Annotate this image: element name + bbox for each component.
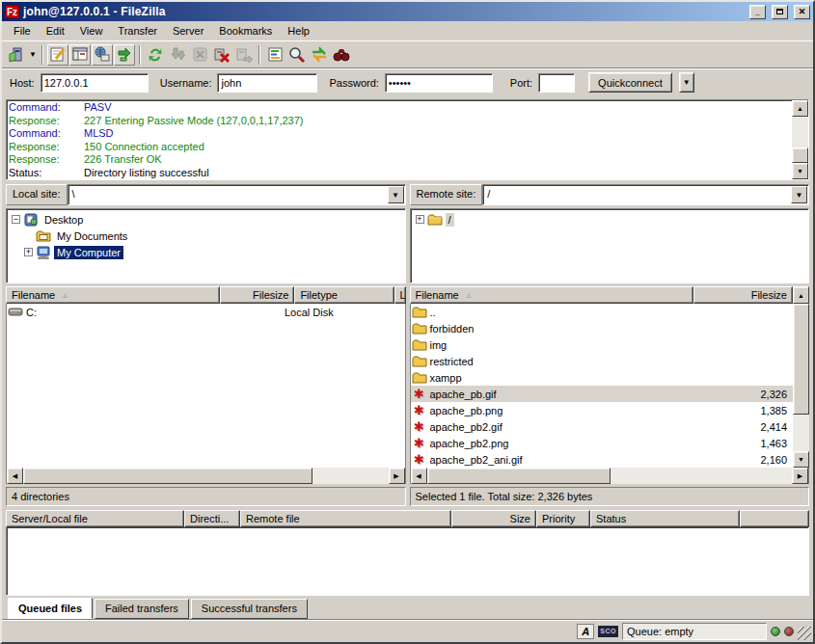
menu-transfer[interactable]: Transfer: [110, 23, 165, 39]
log-vertical-scrollbar[interactable]: ▲ ▼: [792, 100, 808, 179]
expand-icon[interactable]: +: [24, 248, 33, 256]
collapse-icon[interactable]: −: [12, 215, 20, 224]
column-header-filesize[interactable]: Filesize: [220, 286, 294, 304]
scroll-down-icon[interactable]: ▼: [793, 451, 809, 468]
scrollbar-thumb[interactable]: [23, 468, 312, 484]
chevron-down-icon[interactable]: ▼: [791, 186, 807, 203]
window-title: john@127.0.0.1 - FileZilla: [23, 5, 744, 18]
column-header-status[interactable]: Status: [590, 510, 740, 527]
local-horizontal-scrollbar[interactable]: ◀ ▶: [6, 468, 406, 484]
remote-file-row[interactable]: xampp: [411, 369, 794, 386]
scrollbar-thumb[interactable]: [427, 468, 611, 484]
maximize-button[interactable]: [772, 5, 788, 19]
minimize-button[interactable]: _: [749, 5, 766, 19]
local-tree: − Desktop My Documents +: [6, 208, 406, 283]
column-header-priority[interactable]: Priority: [536, 510, 590, 527]
remote-horizontal-scrollbar[interactable]: ◀ ▶: [410, 468, 810, 484]
disconnect-icon[interactable]: [211, 44, 232, 66]
host-input[interactable]: [41, 73, 149, 93]
scroll-left-icon[interactable]: ◀: [7, 468, 23, 484]
remote-vertical-scrollbar[interactable]: ▼: [793, 304, 809, 468]
menu-help[interactable]: Help: [280, 23, 317, 39]
column-header-filetype[interactable]: Filetype: [294, 286, 394, 304]
remote-site-value[interactable]: /: [483, 185, 790, 204]
close-button[interactable]: ✕: [794, 5, 810, 19]
scroll-up-icon[interactable]: ▲: [792, 100, 808, 117]
quickconnect-dropdown-icon[interactable]: ▼: [679, 72, 694, 93]
password-input[interactable]: [385, 73, 493, 93]
directory-comparison-icon[interactable]: [309, 44, 330, 66]
status-indicator-icon[interactable]: SCO: [598, 626, 618, 637]
filter-icon[interactable]: [264, 44, 285, 66]
folder-icon: [411, 371, 428, 384]
remote-site-combo[interactable]: / ▼: [482, 184, 809, 205]
tab-queued-files[interactable]: Queued files: [8, 598, 93, 619]
column-header-filename[interactable]: Filename ▵: [410, 286, 694, 304]
remote-file-row[interactable]: ✱ apache_pb2.png 1,463: [411, 435, 794, 451]
remote-file-row[interactable]: ✱ apache_pb.png 1,385: [411, 402, 794, 418]
scrollbar-thumb[interactable]: [792, 148, 808, 163]
remote-file-row[interactable]: ✱ apache_pb2.gif 2,414: [411, 418, 794, 435]
column-header-lastmodified[interactable]: L: [394, 286, 406, 304]
remote-tree: + /: [410, 208, 810, 283]
tree-item-root[interactable]: + /: [413, 211, 809, 228]
remote-file-row[interactable]: restricted: [411, 353, 794, 369]
sort-ascending-icon: ▵: [63, 290, 68, 300]
my-computer-icon: [36, 246, 51, 259]
tree-item-my-documents[interactable]: My Documents: [9, 228, 405, 244]
scroll-right-icon[interactable]: ▶: [389, 468, 405, 484]
toggle-message-log-icon[interactable]: [47, 44, 68, 66]
host-label: Host:: [10, 77, 35, 89]
local-site-value[interactable]: \: [68, 185, 387, 204]
reconnect-icon[interactable]: [233, 44, 255, 66]
toggle-queue-view-icon[interactable]: [114, 44, 135, 66]
scroll-up-icon[interactable]: ▲: [793, 286, 809, 304]
search-icon[interactable]: [286, 44, 308, 66]
remote-file-row[interactable]: ✱ apache_pb2_ani.gif 2,160: [411, 451, 794, 468]
local-file-row[interactable]: C: Local Disk: [7, 304, 405, 320]
menu-file[interactable]: File: [6, 23, 39, 39]
quickconnect-button[interactable]: Quickconnect: [588, 72, 672, 93]
expand-icon[interactable]: +: [416, 215, 424, 224]
column-header-direction[interactable]: Directi...: [184, 510, 240, 527]
tree-item-desktop[interactable]: − Desktop: [9, 211, 405, 228]
site-manager-icon[interactable]: [6, 44, 27, 66]
column-header-remote-file[interactable]: Remote file: [240, 510, 451, 527]
synchronized-browsing-icon[interactable]: [331, 44, 352, 66]
username-input[interactable]: [217, 73, 317, 93]
resize-grip[interactable]: [798, 627, 811, 640]
menu-bookmarks[interactable]: Bookmarks: [211, 23, 280, 39]
column-header-size[interactable]: Size: [451, 510, 536, 527]
cancel-operation-icon[interactable]: [189, 44, 210, 66]
menu-view[interactable]: View: [72, 23, 111, 39]
remote-file-row[interactable]: ..: [411, 304, 794, 320]
toggle-local-treeview-icon[interactable]: [69, 44, 91, 66]
toggle-remote-treeview-icon[interactable]: [92, 44, 113, 66]
scrollbar-thumb[interactable]: [793, 304, 809, 415]
remote-file-row[interactable]: forbidden: [411, 320, 794, 336]
toolbar-separator: [258, 45, 260, 65]
tree-item-my-computer[interactable]: + My Computer: [9, 244, 405, 260]
local-site-combo[interactable]: \ ▼: [68, 184, 406, 205]
scroll-down-icon[interactable]: ▼: [792, 163, 808, 179]
transfer-type-icon[interactable]: A: [577, 624, 594, 639]
selected-tree-label[interactable]: My Computer: [54, 246, 123, 259]
queue-tabs: Queued files Failed transfers Successful…: [6, 598, 809, 619]
port-input[interactable]: [538, 73, 575, 93]
refresh-icon[interactable]: [145, 44, 166, 66]
remote-file-row[interactable]: img: [411, 336, 794, 353]
log-line: Response:227 Entering Passive Mode (127,…: [9, 115, 790, 128]
column-header-filename[interactable]: Filename ▵: [6, 286, 220, 304]
scroll-left-icon[interactable]: ◀: [411, 468, 427, 484]
remote-file-row-selected[interactable]: ✱ apache_pb.gif 2,326: [411, 386, 794, 402]
process-queue-icon[interactable]: [167, 44, 188, 66]
tab-failed-transfers[interactable]: Failed transfers: [95, 599, 189, 619]
site-manager-dropdown-icon[interactable]: ▼: [28, 44, 38, 66]
column-header-server-local-file[interactable]: Server/Local file: [6, 510, 184, 527]
column-header-filesize[interactable]: Filesize: [693, 286, 793, 304]
menu-server[interactable]: Server: [165, 23, 211, 39]
chevron-down-icon[interactable]: ▼: [388, 186, 404, 203]
menu-edit[interactable]: Edit: [39, 23, 72, 39]
tab-successful-transfers[interactable]: Successful transfers: [191, 599, 308, 619]
scroll-right-icon[interactable]: ▶: [792, 468, 808, 484]
